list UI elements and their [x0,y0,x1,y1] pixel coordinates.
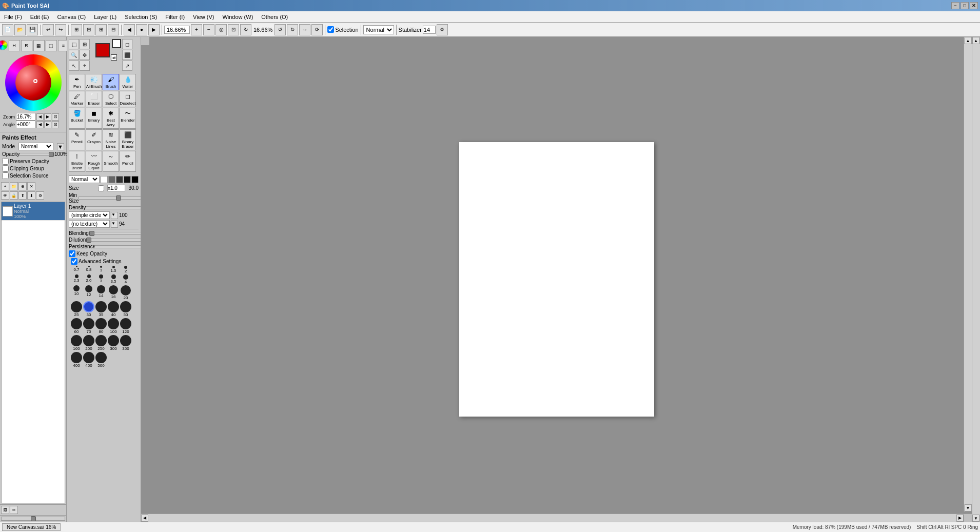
dot-size-item[interactable]: 350 [120,335,131,351]
menu-canvas[interactable]: Canvas (C) [53,13,90,21]
dot-size-item[interactable]: 50 [120,301,131,317]
right-panel-btn-1[interactable]: ▲ [972,37,979,44]
layer-move-down-btn[interactable]: ⬇ [27,191,35,200]
hsv-btn[interactable]: H [9,40,20,51]
dot-size-item[interactable]: 200 [83,335,94,351]
eraser-tool[interactable]: ⬜ Eraser [86,91,102,107]
grid-button-4[interactable]: ⊟ [108,24,119,35]
dot-size-item[interactable]: 16 [108,285,119,300]
canvas-area[interactable]: ▲ ▼ ◀ ▶ [141,37,972,522]
dot-size-item[interactable]: 25 [71,301,82,317]
layers-list[interactable]: Layer 1 Normal 100% [1,202,65,503]
layer-move-btn[interactable]: ⬆ [18,191,27,200]
fit-button[interactable]: ⊡ [228,24,239,35]
selection-checkbox[interactable] [327,26,334,33]
dot-size-item[interactable]: 500 [95,352,107,368]
nav-btn-1[interactable]: ◀ [124,24,135,35]
water-tool[interactable]: 💧 Water [120,74,136,90]
blend-darker-btn[interactable] [124,176,131,183]
dot-size-item[interactable]: 3.5 [108,274,119,284]
rotate-ccw-button[interactable]: ↻ [287,24,298,35]
advanced-settings-checkbox[interactable] [71,258,77,265]
color-wheel-ring[interactable] [5,54,62,111]
best-acrylic-tool[interactable]: ✱ Best Acry. [103,108,119,129]
dilution-slider[interactable] [86,239,141,242]
open-button[interactable]: 📂 [14,24,26,35]
layer-type-1[interactable]: 🖼 [1,506,9,514]
brush-mode-select[interactable]: Normal [69,175,100,183]
new-layer-btn[interactable]: + [1,182,9,190]
layer-type-2[interactable]: ✏ [10,506,18,514]
dot-size-item[interactable]: 400 [71,352,82,368]
new-folder-btn[interactable]: 📁 [10,182,18,190]
dot-size-item[interactable]: 20 [120,285,131,300]
min-size-slider[interactable] [79,196,141,200]
save-button[interactable]: 💾 [27,24,38,35]
layer-lock-btn[interactable]: 🔒 [10,191,18,200]
menu-layer[interactable]: Layer (L) [90,13,121,21]
color-history-btn[interactable]: ▦ [33,40,45,51]
mode-select[interactable]: Normal [18,143,53,150]
stabilizer-settings-button[interactable]: ⚙ [437,24,448,35]
density-slider[interactable] [86,206,141,209]
angle-inc-btn[interactable]: ▶ [44,121,51,128]
texture-settings-btn[interactable]: ▼ [111,221,118,228]
dot-size-item[interactable]: 1 [95,266,107,273]
marker-tool[interactable]: 🖊 Marker [69,91,85,107]
layer-vis-btn[interactable]: 👁 [1,191,9,200]
airbrush-tool[interactable]: 💨 AirBrush [86,74,102,90]
dot-size-item[interactable]: 4 [120,274,131,284]
zoom-value-input[interactable] [16,113,35,121]
pen-tool[interactable]: ✒ Pen [69,74,85,90]
menu-file[interactable]: File (F) [0,13,26,21]
dot-size-item[interactable]: 2 [120,266,131,273]
angle-value-input[interactable] [16,121,35,128]
flip-button[interactable]: ↔ [299,24,310,35]
binary-tool[interactable]: ◼ Binary [86,108,102,129]
brush-tool[interactable]: 🖌 Brush [103,74,119,90]
minimize-button[interactable]: − [951,2,959,9]
mode-settings-btn[interactable]: ▼ [57,143,64,150]
dot-size-item[interactable]: 2.6 [83,274,94,284]
zoom-out-button[interactable]: − [203,24,214,35]
zoom-in-button[interactable]: + [191,24,202,35]
menu-selection[interactable]: Selection (S) [121,13,161,21]
scroll-left-btn[interactable]: ◀ [141,515,148,522]
scroll-track-v[interactable] [964,44,972,504]
select-lasso-tool[interactable]: ⬡ Select [103,91,119,107]
blend-gray-btn[interactable] [108,176,115,183]
layer-settings-btn[interactable]: ⚙ [36,191,44,200]
dot-size-item[interactable]: 1.5 [108,266,119,273]
shape-select[interactable]: (simple circle) [69,211,110,219]
foreground-swatch[interactable] [95,43,110,57]
blend-dark-btn[interactable] [116,176,123,183]
opacity-slider[interactable] [19,153,54,156]
dot-size-item[interactable]: 70 [83,318,94,334]
blend-black-btn[interactable] [131,176,139,183]
clipping-group-checkbox[interactable] [2,165,9,172]
blend-mode-select[interactable]: Normal [363,25,394,34]
stabilizer-input[interactable] [423,26,436,34]
menu-filter[interactable]: Filter (I) [161,13,189,21]
color-wheel[interactable] [5,54,62,111]
dot-size-item[interactable]: 10 [71,285,82,300]
dot-size-item[interactable]: 35 [95,301,107,317]
rotate-90-button[interactable]: ⟳ [311,24,323,35]
left-panel-scroll[interactable] [1,517,65,521]
select-tool-2[interactable]: ⊞ [80,39,90,49]
size-checkbox[interactable] [98,185,104,191]
menu-edit[interactable]: Edit (E) [26,13,53,21]
color-circle-btn[interactable] [0,40,8,50]
grid-button-3[interactable]: ⊞ [95,24,107,35]
binary-eraser-tool[interactable]: ⬛ Binary Eraser [120,129,136,150]
deselect-tool[interactable]: ◻ Deselect [120,91,136,107]
layer-delete-btn[interactable]: ✕ [27,182,35,190]
select-tool-1[interactable]: ⬚ [69,39,79,49]
blending-slider[interactable] [89,232,141,235]
close-button[interactable]: ✕ [970,2,978,9]
texture-select[interactable]: (no texture) [69,220,110,228]
blender-tool[interactable]: 〜 Blender [120,108,136,129]
tool-extra-1[interactable]: ◻ [122,39,132,49]
menu-window[interactable]: Window (W) [218,13,257,21]
dot-size-item[interactable]: 0.8 [83,266,94,273]
